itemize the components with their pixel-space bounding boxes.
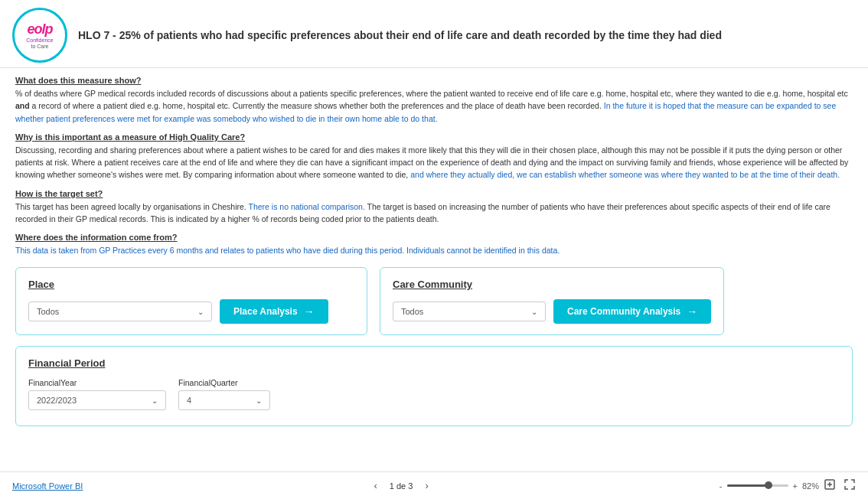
logo-text: eolp — [26, 21, 53, 38]
section-target-body: This target has been agreed locally by o… — [15, 201, 853, 226]
section-what-body: % of deaths where GP medical records inc… — [15, 87, 853, 125]
cards-row: Place Todos ⌄ Place Analysis → Care Comm… — [15, 267, 853, 335]
care-community-card-title: Care Community — [393, 279, 711, 290]
care-community-analysis-button[interactable]: Care Community Analysis → — [553, 299, 711, 324]
main-content: What does this measure show? % of deaths… — [0, 68, 868, 471]
page-total: 3 — [408, 481, 413, 491]
zoom-thumb — [765, 481, 772, 489]
page-sep: de — [396, 481, 408, 491]
section-target: How is the target set? This target has b… — [15, 189, 853, 226]
financial-year-dropdown[interactable]: 2022/2023 ⌄ — [28, 390, 166, 410]
zoom-bar-track[interactable] — [727, 484, 788, 487]
section-info-title: Where does the information come from? — [15, 233, 853, 242]
section-info-body: This data is taken from GP Practices eve… — [15, 244, 853, 256]
zoom-minus-button[interactable]: - — [720, 481, 723, 491]
care-community-dropdown-chevron: ⌄ — [531, 308, 537, 316]
place-card-title: Place — [28, 279, 354, 290]
logo-subtext: Confidenceto Care — [26, 38, 53, 49]
financial-year-label: FinancialYear — [28, 378, 166, 387]
place-analysis-button[interactable]: Place Analysis → — [220, 299, 328, 324]
place-card: Place Todos ⌄ Place Analysis → — [15, 267, 367, 335]
bottom-bar: Microsoft Power BI ‹ 1 de 3 › - + 82% — [0, 471, 868, 499]
financial-period-row: FinancialYear 2022/2023 ⌄ FinancialQuart… — [28, 378, 840, 410]
header: eolp Confidenceto Care HLO 7 - 25% of pa… — [0, 0, 868, 68]
zoom-plus-button[interactable]: + — [793, 481, 798, 491]
care-community-analysis-arrow: → — [687, 305, 697, 318]
care-community-dropdown-value: Todos — [401, 307, 423, 316]
section-target-title: How is the target set? — [15, 189, 853, 198]
prev-page-button[interactable]: ‹ — [369, 478, 381, 493]
section-why-title: Why is this important as a measure of Hi… — [15, 132, 853, 142]
section-what: What does this measure show? % of deaths… — [15, 76, 853, 125]
care-community-card: Care Community Todos ⌄ Care Community An… — [380, 267, 724, 335]
fullscreen-icon[interactable] — [844, 478, 856, 493]
bottom-icons — [824, 478, 856, 493]
zoom-bar-fill — [727, 484, 767, 487]
section-info: Where does the information come from? Th… — [15, 233, 853, 256]
place-analysis-button-label: Place Analysis — [233, 306, 298, 317]
place-card-controls: Todos ⌄ Place Analysis → — [28, 299, 354, 324]
section-what-title: What does this measure show? — [15, 76, 853, 85]
next-page-button[interactable]: › — [420, 478, 432, 493]
financial-period-card: Financial Period FinancialYear 2022/2023… — [15, 346, 853, 426]
power-bi-link[interactable]: Microsoft Power BI — [12, 481, 83, 491]
financial-quarter-value: 4 — [187, 396, 191, 405]
place-dropdown[interactable]: Todos ⌄ — [28, 302, 212, 321]
place-dropdown-chevron: ⌄ — [197, 308, 204, 316]
place-analysis-arrow: → — [304, 305, 315, 318]
page-title: HLO 7 - 25% of patients who had specific… — [78, 29, 856, 41]
financial-year-chevron: ⌄ — [152, 396, 158, 405]
pagination: ‹ 1 de 3 › — [369, 478, 432, 493]
page-current: 1 — [390, 481, 394, 491]
financial-quarter-col: FinancialQuarter 4 ⌄ — [178, 378, 270, 410]
section-why-body: Discussing, recording and sharing prefer… — [15, 144, 853, 181]
logo: eolp Confidenceto Care — [12, 8, 67, 63]
fit-to-screen-icon[interactable] — [824, 478, 836, 493]
care-community-dropdown[interactable]: Todos ⌄ — [393, 302, 546, 321]
financial-year-value: 2022/2023 — [37, 396, 77, 405]
care-community-analysis-button-label: Care Community Analysis — [567, 306, 680, 317]
financial-period-card-title: Financial Period — [28, 357, 840, 369]
zoom-value: 82% — [802, 481, 819, 491]
financial-year-col: FinancialYear 2022/2023 ⌄ — [28, 378, 166, 410]
section-why: Why is this important as a measure of Hi… — [15, 132, 853, 181]
financial-quarter-chevron: ⌄ — [256, 396, 262, 405]
zoom-controls: - + 82% — [720, 478, 856, 493]
care-community-card-controls: Todos ⌄ Care Community Analysis → — [393, 299, 711, 324]
page-indicator: 1 de 3 — [390, 481, 413, 491]
place-dropdown-value: Todos — [37, 307, 59, 316]
financial-quarter-dropdown[interactable]: 4 ⌄ — [178, 390, 270, 410]
financial-quarter-label: FinancialQuarter — [178, 378, 270, 387]
